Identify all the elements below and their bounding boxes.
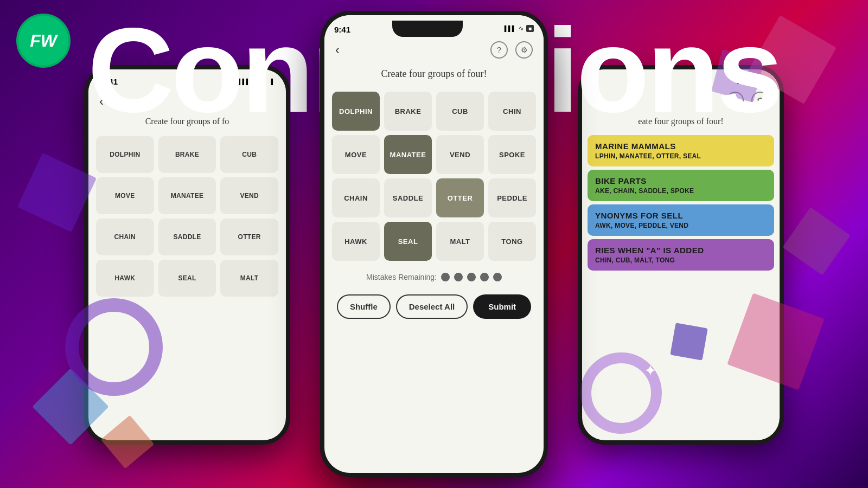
status-bar-center: 9:41 ▌▌▌ ∿ ■ [324,15,544,37]
tile-vend[interactable]: VEND [436,135,484,174]
tile-tong[interactable]: TONG [488,222,536,261]
status-icons-center: ▌▌▌ ∿ ■ [505,21,534,32]
back-arrow-center[interactable]: ‹ [335,42,340,57]
help-icon[interactable]: ? [490,41,508,59]
settings-icon[interactable]: ⚙ [515,41,533,59]
sparkle-icon: ✦ [644,362,656,380]
fw-logo: FW [16,14,71,68]
deselect-button[interactable]: Deselect All [396,294,468,319]
tile-dolphin[interactable]: DOLPHIN [332,92,380,131]
word-grid-center: DOLPHIN BRAKE CUB CHIN MOVE MANATEE VEND… [324,87,544,265]
tile-malt[interactable]: MALT [436,222,484,261]
tile-peddle[interactable]: PEDDLE [488,178,536,217]
submit-button[interactable]: Submit [473,294,531,319]
tile-spoke[interactable]: SPOKE [488,135,536,174]
dot-4 [480,273,489,281]
action-buttons: Shuffle Deselect All Submit [324,289,544,330]
notch [392,21,463,37]
tile-chain[interactable]: CHAIN [332,178,380,217]
phone-center-screen: 9:41 ▌▌▌ ∿ ■ ‹ ? ⚙ Create four groups of… [324,15,544,473]
tile-brake[interactable]: BRAKE [384,92,432,131]
mistakes-row: Mistakes Remaining: [324,265,544,289]
nav-icons-center: ? ⚙ [490,41,533,59]
time-center: 9:41 [334,21,350,34]
tile-seal[interactable]: SEAL [384,222,432,261]
tile-hawk[interactable]: HAWK [332,222,380,261]
dot-3 [467,273,476,281]
tile-manatee[interactable]: MANATEE [384,135,432,174]
dot-1 [441,273,450,281]
dot-2 [454,273,463,281]
tile-otter[interactable]: OTTER [436,178,484,217]
mistakes-label: Mistakes Remaining: [366,273,437,281]
tile-cub[interactable]: CUB [436,92,484,131]
phone-center: 9:41 ▌▌▌ ∿ ■ ‹ ? ⚙ Create four groups of… [320,11,548,477]
nav-center: ‹ ? ⚙ [324,37,544,63]
game-title-center: Create four groups of four! [324,63,544,87]
dot-5 [493,273,502,281]
shuffle-button[interactable]: Shuffle [337,294,391,319]
tile-saddle[interactable]: SADDLE [384,178,432,217]
tile-chin[interactable]: CHIN [488,92,536,131]
tile-move[interactable]: MOVE [332,135,380,174]
